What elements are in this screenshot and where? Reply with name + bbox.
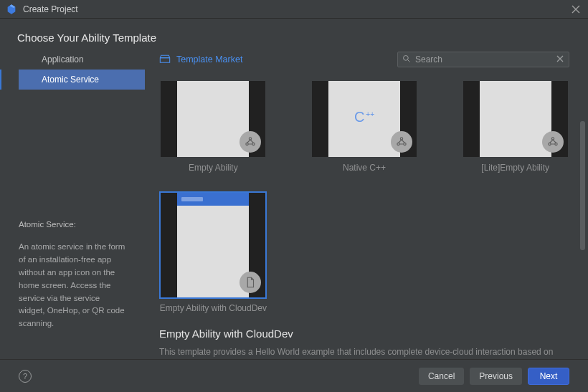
sidebar-item-application[interactable]: Application [19,49,145,70]
close-icon[interactable] [571,4,581,14]
phone-topbar-pill [181,197,203,201]
titlebar: Create Project [0,0,588,19]
template-card-empty-ability[interactable]: Empty Ability [159,81,267,173]
details-description: This template provides a Hello World exa… [159,345,569,359]
template-card-empty-ability-clouddev[interactable]: Empty Ability with CloudDev [159,193,267,313]
market-icon [159,54,171,66]
svg-point-4 [400,138,402,140]
button-label: Cancel [428,371,455,381]
details-title: Empty Ability with CloudDev [159,328,569,340]
button-label: Previous [479,371,513,381]
template-details: Empty Ability with CloudDev This templat… [159,313,569,359]
clear-search-icon[interactable] [556,54,564,65]
scrollbar[interactable] [580,121,585,273]
template-caption: Empty Ability [189,163,238,173]
button-label: Next [540,371,558,381]
cpp-icon: C++ [354,109,374,125]
search-icon [402,54,411,65]
pane-header: Template Market [159,47,569,72]
svg-point-1 [250,138,252,140]
template-caption: [Lite]Empty Ability [481,163,549,173]
phone-preview [480,81,551,157]
nodes-badge-icon [391,131,412,153]
previous-button[interactable]: Previous [470,368,522,385]
template-grid: Empty Ability C++ Native C++ [159,81,569,313]
phone-preview [177,193,249,297]
sidebar-info-title: Atomic Service: [19,219,128,231]
template-market-link[interactable]: Template Market [159,54,242,66]
svg-point-6 [404,143,406,145]
template-thumb [161,193,265,297]
next-button[interactable]: Next [528,368,569,385]
svg-point-3 [252,143,255,145]
window-title: Create Project [23,4,78,14]
sidebar-info: Atomic Service: An atomic service in the… [0,219,145,360]
svg-point-5 [397,143,399,145]
svg-point-2 [246,143,248,145]
sidebar-active-indicator [0,70,1,90]
template-thumb: C++ [312,81,417,157]
app-logo-icon [6,4,17,15]
svg-point-9 [555,143,557,145]
search-box[interactable] [397,52,569,67]
main-area: Application Atomic Service Atomic Servic… [0,49,588,359]
svg-point-8 [549,143,551,145]
template-caption: Empty Ability with CloudDev [160,303,267,313]
dialog-content: Choose Your Ability Template Application… [0,19,588,392]
svg-point-7 [551,138,554,140]
sidebar: Application Atomic Service Atomic Servic… [0,49,145,359]
template-pane: Template Market [145,49,588,359]
dialog-footer: ? Cancel Previous Next [0,359,588,392]
nodes-badge-icon [240,131,261,153]
template-thumb [463,81,568,157]
sidebar-item-atomic-service[interactable]: Atomic Service [19,70,145,90]
document-badge-icon [240,272,261,293]
cancel-button[interactable]: Cancel [419,368,464,385]
sidebar-item-label: Atomic Service [42,75,99,85]
page-heading: Choose Your Ability Template [0,19,588,49]
nodes-badge-icon [542,131,564,153]
sidebar-items: Application Atomic Service [0,49,145,90]
template-card-lite-empty-ability[interactable]: [Lite]Empty Ability [461,81,569,173]
footer-buttons: Cancel Previous Next [419,368,569,385]
phone-preview: C++ [328,81,400,157]
template-thumb [161,81,265,157]
sidebar-info-body: An atomic service in the form of an inst… [19,242,125,328]
svg-point-0 [404,55,409,60]
template-market-label: Template Market [176,54,242,64]
template-card-native-cpp[interactable]: C++ Native C++ [310,81,419,173]
help-icon[interactable]: ? [19,370,32,383]
template-grid-wrap: Empty Ability C++ Native C++ [159,72,569,359]
scrollbar-thumb[interactable] [580,121,585,250]
sidebar-item-label: Application [42,54,84,64]
phone-topbar [177,193,249,206]
phone-preview [177,81,249,157]
template-caption: Native C++ [343,163,386,173]
search-input[interactable] [415,54,551,64]
